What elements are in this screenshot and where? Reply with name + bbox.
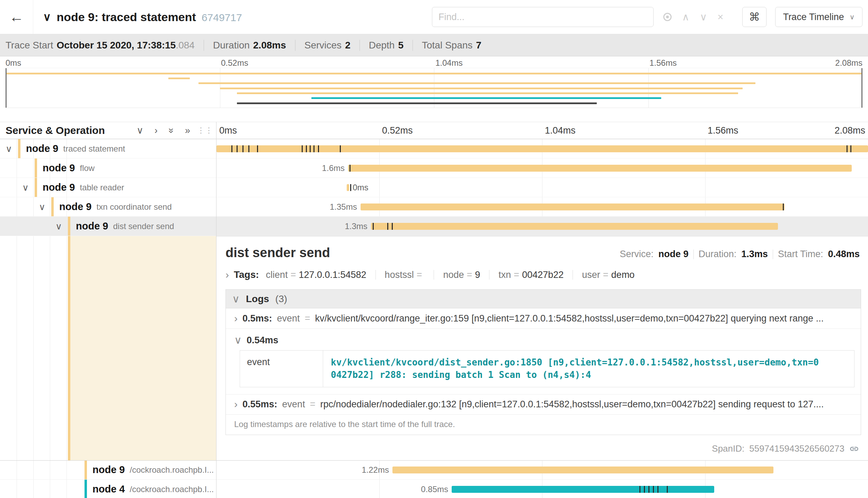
span-bar[interactable] — [347, 184, 349, 191]
span-row-flow[interactable]: node 9 flow 1.6ms — [0, 159, 868, 178]
log-field-key: event — [282, 399, 305, 410]
span-track[interactable]: 0ms — [216, 178, 868, 197]
chevron-down-icon[interactable]: ∨ — [55, 222, 68, 231]
timeline-header-left: Service & Operation ∨ › » » ⋮⋮ — [0, 122, 216, 139]
service-stat-value: node 9 — [658, 249, 689, 260]
span-track[interactable] — [216, 139, 868, 158]
span-track[interactable]: 1.35ms — [216, 197, 868, 216]
find-input[interactable] — [432, 7, 654, 27]
service-color-bar — [85, 460, 87, 479]
tag-item: client=127.0.0.1:54582 — [266, 270, 366, 280]
services-label: Services — [304, 40, 342, 51]
logs-accordion-header[interactable]: ∨ Logs (3) — [226, 290, 861, 308]
span-bar[interactable] — [452, 486, 714, 493]
equals-sign: = — [305, 313, 310, 324]
log-timestamp: 0.55ms: — [242, 399, 277, 410]
minimap-span — [6, 73, 862, 74]
match-highlight-icon[interactable] — [663, 13, 672, 21]
minimap-right-scrubber[interactable] — [861, 68, 862, 108]
span-row-node9-batch[interactable]: node 9 /cockroach.roachpb.I... 1.22ms — [0, 460, 868, 480]
log-entry-expanded: ∨ 0.54ms event kv/kvclient/kvcoord/dist_… — [226, 328, 861, 394]
column-divider[interactable] — [216, 122, 216, 498]
log-field-value: rpc/nodedialer/nodedialer.go:132 [n9,cli… — [320, 399, 854, 410]
span-track[interactable]: 1.3ms — [216, 217, 868, 236]
span-duration-label: 0.85ms — [421, 485, 448, 494]
span-name-cell: ∨ node 9 dist sender send — [0, 217, 216, 236]
timeline-tick: 2.08ms — [834, 125, 865, 136]
page-title: node 9: traced statement6749717 — [56, 10, 242, 24]
keyboard-shortcuts-button[interactable]: ⌘ — [742, 7, 767, 27]
log-timestamp: 0.54ms — [247, 335, 278, 346]
operation-name: flow — [80, 163, 95, 173]
chevron-down-icon[interactable]: ∨ — [39, 202, 51, 211]
log-field-key: event — [240, 351, 323, 387]
deep-link-icon[interactable] — [849, 444, 859, 454]
span-bar[interactable] — [371, 223, 778, 230]
span-detail-stats: Service: node 9 Duration: 1.3ms Start Ti… — [620, 249, 860, 260]
minimap-canvas[interactable] — [6, 68, 862, 108]
collapse-one-icon[interactable]: ∨ — [136, 126, 143, 135]
chevron-right-icon[interactable]: › — [225, 270, 229, 280]
span-track[interactable]: 0.85ms — [216, 480, 868, 498]
span-track[interactable]: 1.6ms — [216, 159, 868, 178]
tag-item: node=9 — [443, 270, 480, 280]
span-track[interactable]: 1.22ms — [216, 460, 868, 479]
span-bar[interactable] — [348, 165, 852, 172]
span-row-dist-sender-send[interactable]: ∨ node 9 dist sender send 1.3ms — [0, 217, 868, 236]
back-button[interactable]: ← — [0, 0, 33, 34]
log-field-key: event — [277, 313, 300, 324]
minimap-tick: 2.08ms — [835, 58, 862, 68]
span-row-traced-statement[interactable]: ∨ node 9 traced statement — [0, 139, 868, 159]
find-next-icon[interactable]: ∨ — [700, 12, 707, 22]
span-row-node4-batch[interactable]: node 4 /cockroach.roachpb.I... 0.85ms — [0, 480, 868, 498]
span-row-txn-coordinator-send[interactable]: ∨ node 9 txn coordinator send 1.35ms — [0, 197, 868, 217]
log-field-value: kv/kvclient/kvcoord/range_iter.go:159 [n… — [315, 313, 854, 324]
trace-view-label: Trace Timeline — [783, 12, 844, 22]
span-bar[interactable] — [361, 203, 785, 210]
find-clear-icon[interactable]: × — [717, 12, 723, 22]
trace-collapse-icon[interactable]: ∨ — [43, 10, 51, 24]
minimap-left-scrubber[interactable] — [6, 68, 7, 108]
column-resize-grip[interactable]: ⋮⋮ — [197, 126, 213, 135]
chevron-down-icon[interactable]: ∨ — [6, 144, 18, 153]
log-entry-collapsed[interactable]: › 0.5ms: event = kv/kvclient/kvcoord/ran… — [226, 308, 861, 328]
span-bar[interactable] — [392, 467, 773, 473]
tags-accordion[interactable]: › Tags: client=127.0.0.1:54582 hostssl= … — [216, 263, 868, 285]
operation-name: /cockroach.roachpb.I... — [130, 465, 214, 475]
jaeger-trace-view: ← ∨ node 9: traced statement6749717 ∧ ∨ … — [0, 0, 868, 498]
operation-name: table reader — [80, 183, 124, 192]
find-prev-icon[interactable]: ∧ — [682, 12, 689, 22]
tag-item: txn=00427b22 — [498, 270, 564, 280]
service-color-bar — [68, 217, 70, 236]
span-id-value: 5597415943526560273 — [749, 443, 844, 454]
equals-sign: = — [310, 399, 316, 410]
expand-all-icon[interactable]: » — [185, 126, 190, 135]
divider — [295, 40, 295, 51]
services-value: 2 — [345, 40, 351, 51]
trace-view-selector[interactable]: Trace Timeline ∨ — [775, 7, 862, 27]
span-row-table-reader[interactable]: ∨ node 9 table reader 0ms — [0, 178, 868, 197]
log-entry-collapsed[interactable]: › 0.55ms: event = rpc/nodedialer/nodedia… — [226, 394, 861, 414]
minimap-span — [168, 78, 190, 79]
divider — [489, 270, 489, 280]
logs-accordion: ∨ Logs (3) › 0.5ms: event = kv/kvclient/… — [225, 289, 861, 435]
span-duration-label: 1.6ms — [322, 163, 345, 173]
collapse-all-icon[interactable]: » — [167, 128, 176, 133]
log-entry-expanded-header[interactable]: ∨ 0.54ms — [234, 332, 854, 348]
tags-label: Tags: — [234, 269, 259, 280]
span-bar[interactable] — [216, 145, 868, 152]
logs-label: Logs — [246, 293, 269, 305]
minimap-tick: 1.56ms — [649, 58, 677, 68]
expanded-span-color-strip — [68, 236, 70, 460]
service-name: node 9 — [76, 220, 108, 232]
service-operation-header: Service & Operation — [6, 125, 105, 136]
find-group: ∧ ∨ × — [432, 7, 723, 27]
duration-label: Duration — [213, 40, 250, 51]
span-name-cell: node 9 flow — [0, 159, 216, 178]
span-name-cell: ∨ node 9 table reader — [0, 178, 216, 197]
chevron-down-icon[interactable]: ∨ — [22, 183, 35, 192]
chevron-down-icon: ∨ — [232, 294, 240, 304]
start-time-stat-label: Start Time: — [778, 249, 823, 260]
expand-one-icon[interactable]: › — [154, 126, 158, 135]
service-color-bar — [18, 139, 20, 158]
